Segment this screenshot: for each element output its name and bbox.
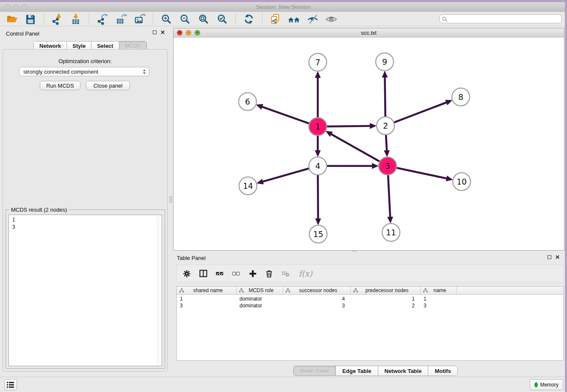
export-table-icon[interactable] <box>115 13 127 25</box>
float-panel-icon[interactable] <box>153 30 157 34</box>
network-view-window: ✕ − + scc.txt 1234678910111415 <box>173 28 564 251</box>
graph-edge-2-3[interactable] <box>386 135 387 151</box>
add-column-icon[interactable] <box>248 269 257 278</box>
table-cell: 1 <box>351 296 421 302</box>
split-columns-icon[interactable] <box>198 269 208 278</box>
tab-select[interactable]: Select <box>91 41 118 50</box>
list-icon <box>7 381 14 388</box>
dropdown-chevrons-icon <box>143 69 146 75</box>
table-cell: 3 <box>177 303 237 309</box>
tab-node-table[interactable]: Node Table <box>294 366 336 375</box>
open-folder-icon[interactable] <box>6 13 18 25</box>
graph-node-label: 2 <box>383 121 388 130</box>
graph-node-label: 10 <box>457 177 467 186</box>
criterion-dropdown[interactable]: strongly connected component <box>19 67 149 76</box>
memory-button[interactable]: Memory <box>530 379 563 390</box>
task-history-button[interactable] <box>4 379 17 390</box>
settings-gear-icon[interactable] <box>182 269 191 278</box>
graph-edge-4-14[interactable] <box>262 168 309 182</box>
criterion-value: strongly connected component <box>23 69 98 75</box>
export-network-icon[interactable] <box>96 13 109 25</box>
column-header-MCDS-role[interactable]: MCDS role <box>237 287 283 294</box>
tab-network-table[interactable]: Network Table <box>378 366 428 375</box>
tree-icon <box>353 288 358 293</box>
graph-edge-2-9[interactable] <box>385 77 385 116</box>
column-header-label: successor nodes <box>292 287 350 293</box>
zoom-selected-icon[interactable] <box>216 13 228 25</box>
column-header-label: name <box>429 287 456 293</box>
function-builder-icon[interactable]: f(x) <box>297 269 314 278</box>
column-header-name[interactable]: name <box>421 287 457 294</box>
graph-edge-3-1[interactable] <box>330 134 379 161</box>
graph-edge-3-11[interactable] <box>388 175 390 218</box>
graph-edge-1-6[interactable] <box>261 107 309 124</box>
zoom-in-icon[interactable] <box>160 13 173 25</box>
tree-icon <box>286 288 290 293</box>
graph-edge-1-2[interactable] <box>327 126 371 126</box>
graph-node-label: 6 <box>245 97 250 106</box>
table-toolbar: f(x) <box>176 265 564 282</box>
show-eye-icon[interactable] <box>325 13 338 25</box>
tab-style[interactable]: Style <box>66 41 91 50</box>
column-header-label: shared name <box>186 287 236 293</box>
column-header-successor-nodes[interactable]: successor nodes <box>283 287 351 294</box>
zoom-fit-icon[interactable] <box>197 13 210 25</box>
refresh-icon[interactable] <box>242 13 255 25</box>
column-header-shared-name[interactable]: shared name <box>177 287 237 294</box>
run-mcds-button[interactable]: Run MCDS <box>40 81 80 90</box>
graph-node-label: 9 <box>382 57 387 66</box>
hide-eye-icon[interactable] <box>306 13 319 25</box>
table-row[interactable]: 1dominator411 <box>177 295 563 302</box>
mcds-result-text: 1 3 <box>9 215 162 231</box>
network-window-title: scc.txt <box>173 30 564 36</box>
graph-node-label: 4 <box>315 161 320 171</box>
search-field <box>439 14 562 23</box>
tab-motifs[interactable]: Motifs <box>428 366 457 375</box>
table-cell: 1 <box>421 296 457 302</box>
close-panel-button[interactable]: Close panel <box>86 81 130 90</box>
select-all-checkboxes-icon[interactable] <box>215 269 224 278</box>
network-window-titlebar[interactable]: ✕ − + scc.txt <box>173 28 564 38</box>
close-panel-icon[interactable]: ✕ <box>160 30 165 35</box>
node-table: shared nameMCDS rolesuccessor nodesprede… <box>176 286 564 361</box>
network-graph[interactable]: 1234678910111415 <box>173 38 564 250</box>
window-title: Session: New Session <box>0 4 567 10</box>
control-panel-title: Control Panel <box>6 30 39 37</box>
column-header-predecessor-nodes[interactable]: predecessor nodes <box>351 287 421 294</box>
memory-label: Memory <box>540 382 559 388</box>
mcds-result-area[interactable]: 1 3 <box>8 215 162 366</box>
float-table-panel-icon[interactable] <box>548 255 551 259</box>
table-body: 1dominator4113dominator323 <box>177 295 563 309</box>
application-window: Session: New Session <box>0 0 567 392</box>
result-scrollbar[interactable] <box>157 215 162 366</box>
graph-edge-2-8[interactable] <box>394 102 447 122</box>
save-icon[interactable] <box>24 13 37 25</box>
tab-edge-table[interactable]: Edge Table <box>336 366 377 375</box>
graph-node-label: 11 <box>386 228 396 237</box>
close-table-panel-icon[interactable]: ✕ <box>555 255 560 259</box>
table-panel: Table Panel ✕ <box>173 253 564 377</box>
main-toolbar <box>0 12 567 26</box>
delete-column-icon[interactable] <box>264 269 274 278</box>
graph-node-label: 14 <box>243 181 253 190</box>
network-canvas[interactable]: 1234678910111415 <box>173 38 564 250</box>
zoom-out-icon[interactable] <box>179 13 191 25</box>
control-panel: Control Panel ✕ NetworkStyleSelectMCDS O… <box>0 26 171 377</box>
graph-edge-3-10[interactable] <box>397 168 447 179</box>
delete-table-icon[interactable] <box>281 269 290 278</box>
table-row[interactable]: 3dominator323 <box>177 302 563 309</box>
homes-icon[interactable] <box>288 13 300 25</box>
vertical-splitter-grip[interactable] <box>169 196 172 203</box>
toolbar-separator <box>89 14 89 25</box>
export-image-icon[interactable] <box>133 13 146 25</box>
column-header-label: predecessor nodes <box>360 287 420 293</box>
tab-mcds[interactable]: MCDS <box>119 41 146 50</box>
search-input[interactable] <box>439 14 562 23</box>
copy-network-icon[interactable] <box>269 13 282 25</box>
import-table-icon[interactable] <box>69 13 82 25</box>
import-network-icon[interactable] <box>51 13 63 25</box>
tab-network[interactable]: Network <box>34 41 66 50</box>
graph-edge-4-15[interactable] <box>318 175 318 219</box>
table-cell: 2 <box>351 303 421 309</box>
unselect-all-checkboxes-icon[interactable] <box>231 269 241 278</box>
